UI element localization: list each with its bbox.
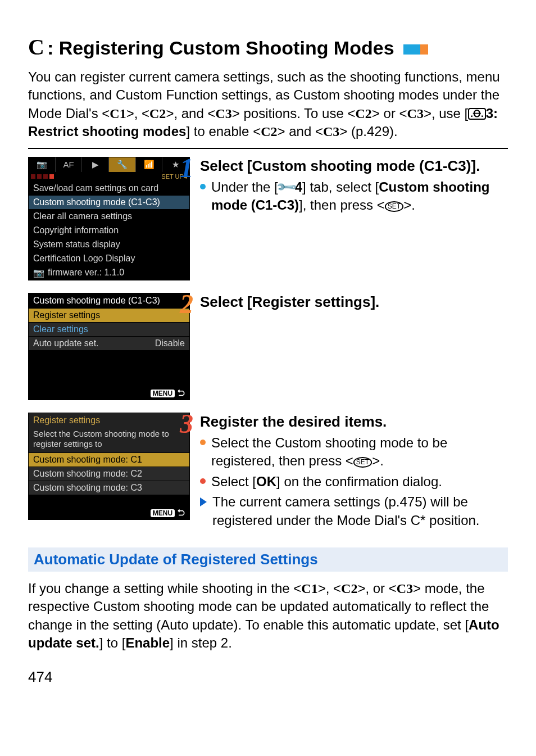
cam-tab-shoot: 📷 xyxy=(29,157,56,172)
cam1-row-firmware: 📷firmware ver.: 1.1.0 xyxy=(29,265,189,280)
cam-tab-af: AF xyxy=(56,157,83,172)
set-button-icon: SET xyxy=(353,457,372,467)
cfn-icon: .⁠Ꝋ. xyxy=(468,108,485,120)
cam1-row-copyright: Copyright information xyxy=(29,223,189,237)
step3-heading: Register the desired items. xyxy=(200,413,508,431)
wrench-icon: 🔧 xyxy=(274,175,299,200)
auto-update-paragraph: If you change a setting while shooting i… xyxy=(28,580,508,653)
step1-heading: Select [Custom shooting mode (C1-C3)]. xyxy=(200,157,508,175)
cam-tab-setup: 🔧 xyxy=(109,157,136,172)
cam3-title: Register settings xyxy=(29,413,189,428)
cam3-subtitle: Select the Custom shooting mode to regis… xyxy=(29,428,189,452)
step-3-row: Register settings Select the Custom shoo… xyxy=(28,413,508,532)
bullet-dot-icon xyxy=(200,184,206,189)
cam2-register: Register settings xyxy=(29,308,189,322)
cam2-menu-back: MENU ⮌ xyxy=(29,387,189,400)
cam3-c3: Custom shooting mode: C3 xyxy=(29,481,189,495)
intro-paragraph: You can register current camera settings… xyxy=(28,68,508,141)
step3-bullet-1: Select the Custom shooting mode to be re… xyxy=(200,434,508,470)
cam3-c2: Custom shooting mode: C2 xyxy=(29,467,189,481)
cam2-title: Custom shooting mode (C1-C3) xyxy=(29,293,189,308)
step-1-row: 📷 AF ▶ 🔧 📶 ★ SET UP4 Save/load cam setti… xyxy=(28,157,508,280)
cam1-row-clear: Clear all camera settings xyxy=(29,209,189,223)
divider xyxy=(28,148,508,149)
cam-tab-play: ▶ xyxy=(82,157,109,172)
cam1-row-save: Save/load cam settings on card xyxy=(29,181,189,195)
bullet-dot-icon xyxy=(200,478,206,484)
cam-tab-custom: 📶 xyxy=(136,157,163,172)
cam3-menu-back: MENU ⮌ xyxy=(29,507,189,519)
triangle-right-icon xyxy=(200,497,207,506)
title-c-glyph: C xyxy=(28,34,44,60)
step-number-2: 2 xyxy=(180,288,193,319)
title-accent-bars xyxy=(403,44,508,55)
subtab-dots xyxy=(31,174,54,179)
bullet-dot-icon xyxy=(200,440,206,445)
cam3-c1: Custom shooting mode: C1 xyxy=(29,452,189,467)
camera-menu-screenshot-3: Register settings Select the Custom shoo… xyxy=(28,413,190,520)
page-title: C : Registering Custom Shooting Modes xyxy=(28,34,508,60)
step-number-1: 1 xyxy=(180,152,193,183)
camera-menu-screenshot-2: Custom shooting mode (C1-C3) Register se… xyxy=(28,293,190,400)
step1-bullet: Under the [🔧4] tab, select [Custom shoot… xyxy=(200,178,508,215)
step-2-row: Custom shooting mode (C1-C3) Register se… xyxy=(28,293,508,400)
step3-bullet-2: Select [OK] on the confirmation dialog. xyxy=(200,473,508,491)
cam1-row-custom-mode: Custom shooting mode (C1-C3) xyxy=(29,195,189,209)
auto-update-heading: Automatic Update of Registered Settings xyxy=(28,547,508,572)
set-button-icon: SET xyxy=(385,201,403,211)
cam2-auto-update: Auto update set.Disable xyxy=(29,336,189,350)
page-number: 474 xyxy=(28,668,508,686)
cam1-row-status: System status display xyxy=(29,237,189,251)
camera-menu-screenshot-1: 📷 AF ▶ 🔧 📶 ★ SET UP4 Save/load cam setti… xyxy=(28,157,190,280)
step2-heading: Select [Register settings]. xyxy=(200,293,508,311)
title-text: : Registering Custom Shooting Modes xyxy=(47,37,394,59)
accent-bar-orange xyxy=(420,44,428,55)
cam1-row-cert: Certification Logo Display xyxy=(29,251,189,265)
cam2-clear: Clear settings xyxy=(29,322,189,336)
step-number-3: 3 xyxy=(180,408,193,439)
step3-bullet-3: The current camera settings (p.475) will… xyxy=(200,493,508,529)
